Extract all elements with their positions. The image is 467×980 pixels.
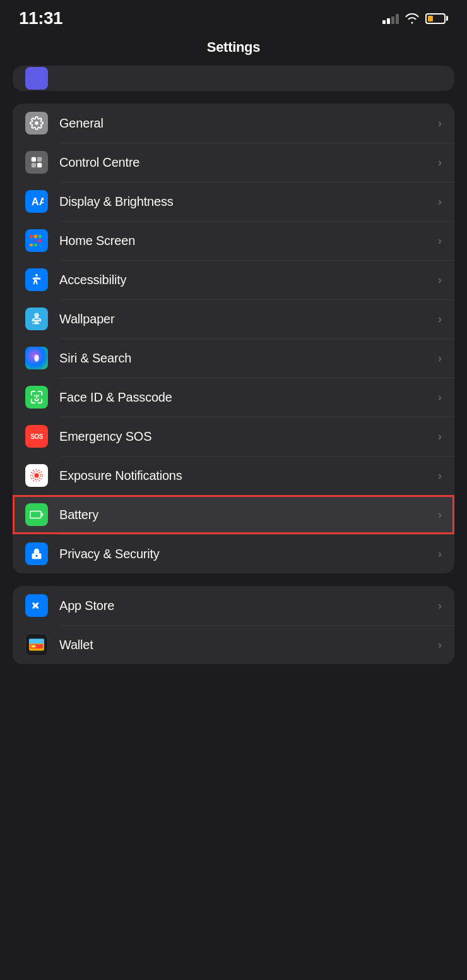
face-id-chevron: › (438, 391, 442, 404)
wallet-chevron: › (438, 638, 442, 652)
wallet-label: Wallet (59, 638, 438, 652)
svg-point-17 (34, 355, 38, 362)
privacy-chevron: › (438, 547, 442, 561)
svg-rect-1 (37, 157, 42, 162)
privacy-label: Privacy & Security (59, 547, 438, 561)
svg-rect-12 (34, 244, 37, 246)
emergency-sos-icon: SOS (25, 425, 48, 448)
status-icons (382, 13, 448, 24)
settings-item-wallpaper[interactable]: Wallpaper › (13, 299, 454, 338)
svg-rect-0 (32, 157, 36, 162)
exposure-chevron: › (438, 469, 442, 482)
display-label: Display & Brightness (59, 194, 438, 209)
svg-rect-28 (29, 642, 44, 643)
svg-text:AA: AA (32, 196, 44, 207)
settings-item-privacy[interactable]: Privacy & Security › (13, 534, 454, 573)
face-id-label: Face ID & Passcode (59, 390, 438, 405)
settings-item-display[interactable]: AA Display & Brightness › (13, 182, 454, 221)
siri-label: Siri & Search (59, 351, 438, 366)
control-centre-chevron: › (438, 156, 442, 169)
nav-header: Settings (0, 34, 467, 66)
settings-item-wallet[interactable]: Wallet › (13, 625, 454, 664)
settings-item-face-id[interactable]: Face ID & Passcode › (13, 378, 454, 417)
svg-point-14 (35, 274, 38, 277)
settings-item-control-centre[interactable]: Control Centre › (13, 143, 454, 182)
app-store-chevron: › (438, 599, 442, 612)
battery-icon (425, 13, 448, 24)
emergency-sos-chevron: › (438, 430, 442, 443)
emergency-sos-label: Emergency SOS (59, 429, 438, 444)
svg-rect-2 (32, 163, 36, 167)
face-id-icon (25, 386, 48, 409)
control-centre-icon (25, 151, 48, 174)
accessibility-chevron: › (438, 273, 442, 287)
svg-rect-5 (30, 235, 33, 238)
accessibility-icon (25, 268, 48, 291)
wallpaper-label: Wallpaper (59, 312, 438, 326)
svg-rect-22 (31, 511, 41, 517)
settings-item-accessibility[interactable]: Accessibility › (13, 260, 454, 299)
settings-item-emergency-sos[interactable]: SOS Emergency SOS › (13, 417, 454, 456)
svg-rect-11 (30, 244, 33, 246)
siri-icon (25, 347, 48, 369)
settings-item-battery[interactable]: Battery › (13, 495, 454, 534)
wallpaper-icon (25, 308, 48, 330)
svg-rect-7 (38, 235, 42, 238)
general-icon (25, 112, 48, 134)
app-store-label: App Store (59, 599, 438, 613)
control-centre-label: Control Centre (59, 155, 438, 170)
settings-group-2: App Store › Wallet › (13, 586, 454, 664)
svg-point-25 (35, 555, 37, 557)
display-icon: AA (25, 190, 48, 213)
wallpaper-chevron: › (438, 313, 442, 326)
privacy-icon (25, 542, 48, 565)
svg-rect-23 (42, 513, 43, 517)
exposure-icon (25, 464, 48, 487)
svg-rect-30 (31, 645, 35, 647)
settings-item-general[interactable]: General › (13, 104, 454, 143)
home-screen-label: Home Screen (59, 234, 438, 248)
wifi-icon (405, 13, 419, 24)
battery-chevron: › (438, 508, 442, 522)
svg-rect-9 (34, 239, 37, 242)
settings-group-1: General › Control Centre › AA Display & … (13, 104, 454, 573)
status-time: 11:31 (19, 8, 62, 28)
svg-rect-3 (37, 163, 42, 167)
exposure-label: Exposure Notifications (59, 469, 438, 483)
battery-label: Battery (59, 508, 438, 522)
status-bar: 11:31 (0, 0, 467, 34)
wallet-icon (25, 633, 48, 656)
home-screen-chevron: › (438, 234, 442, 248)
settings-item-siri[interactable]: Siri & Search › (13, 338, 454, 378)
svg-rect-13 (38, 244, 42, 246)
svg-point-18 (34, 473, 38, 477)
partial-item (13, 66, 454, 91)
general-chevron: › (438, 117, 442, 130)
svg-rect-6 (34, 235, 37, 238)
home-screen-icon (25, 229, 48, 252)
settings-item-home-screen[interactable]: Home Screen › (13, 221, 454, 260)
app-store-icon (25, 594, 48, 617)
battery-setting-icon (25, 503, 48, 526)
display-chevron: › (438, 195, 442, 208)
signal-icon (382, 13, 399, 24)
siri-chevron: › (438, 352, 442, 365)
settings-item-exposure[interactable]: Exposure Notifications › (13, 456, 454, 495)
settings-item-app-store[interactable]: App Store › (13, 586, 454, 625)
svg-point-15 (35, 314, 38, 317)
svg-rect-8 (30, 239, 33, 242)
svg-rect-10 (38, 239, 42, 242)
page-title: Settings (207, 39, 260, 55)
accessibility-label: Accessibility (59, 273, 438, 287)
general-label: General (59, 116, 438, 131)
